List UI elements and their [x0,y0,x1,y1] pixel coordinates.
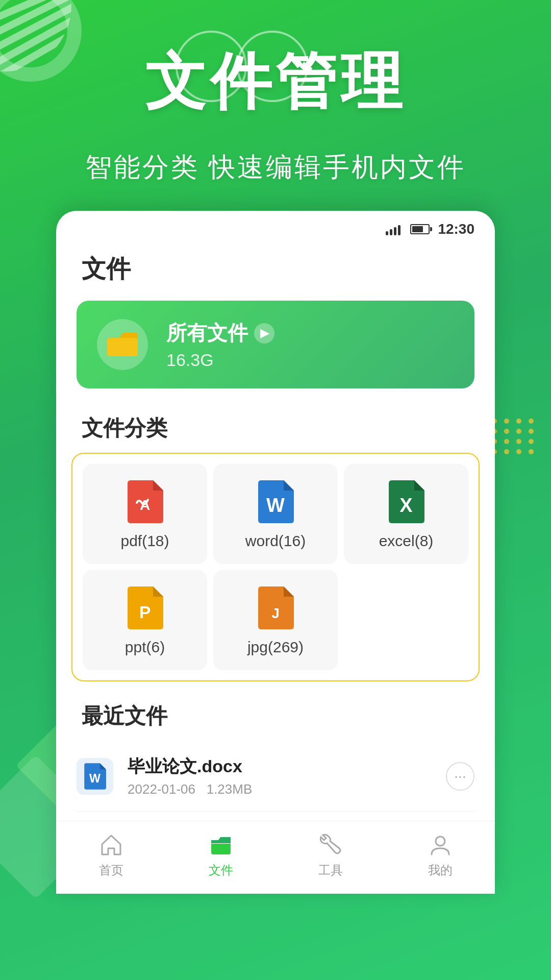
docx-icon: W [84,763,106,790]
folder-icon-wrap [97,319,148,370]
docx-file-icon-small: W [77,758,113,795]
more-button-1[interactable]: ··· [446,762,474,791]
recent-file-item-1[interactable]: W 毕业论文.docx 2022-01-06 1.23MB ··· [77,741,474,812]
ppt-file-icon: P [127,586,163,629]
file-name-1: 毕业论文.docx [128,755,432,778]
header: 文件管理 智能分类 快速编辑手机内文件 [0,0,551,185]
all-files-name: 所有文件 ▶ [166,319,454,347]
files-nav-label: 文件 [209,862,233,878]
mine-icon [427,831,454,858]
files-section-title: 文件 [56,242,495,301]
nav-item-tools[interactable]: 工具 [300,831,361,878]
all-files-card[interactable]: 所有文件 ▶ 16.3G [77,301,474,388]
all-files-size: 16.3G [166,350,454,370]
pdf-file-icon: A [127,480,163,523]
excel-label: excel(8) [379,532,434,550]
ppt-label: ppt(6) [125,639,165,656]
phone-mock: 12:30 文件 所有文件 ▶ 16.3G 文件分类 [56,211,495,894]
file-info-1: 毕业论文.docx 2022-01-06 1.23MB [128,755,432,797]
battery-icon [410,224,430,234]
category-item-pdf[interactable]: A pdf(18) [83,464,207,564]
status-bar: 12:30 [56,211,495,242]
category-item-word[interactable]: W word(16) [213,464,338,564]
category-item-excel[interactable]: X excel(8) [344,464,468,564]
home-icon [98,831,124,858]
category-item-jpg[interactable]: J jpg(269) [213,570,338,670]
files-nav-icon [208,831,234,858]
arrow-icon: ▶ [254,323,274,344]
home-nav-label: 首页 [99,862,123,878]
svg-rect-7 [107,338,138,356]
category-grid: A pdf(18) W word(16) X [83,464,468,670]
all-files-info: 所有文件 ▶ 16.3G [166,319,454,370]
tools-icon [317,831,344,858]
jpg-label: jpg(269) [247,639,304,656]
svg-text:W: W [266,495,285,516]
app-subtitle: 智能分类 快速编辑手机内文件 [0,150,551,185]
category-grid-wrap: A pdf(18) W word(16) X [71,453,480,681]
app-title: 文件管理 [145,41,406,124]
excel-file-icon: X [388,480,424,523]
signal-icon [386,223,402,235]
nav-item-home[interactable]: 首页 [81,831,142,878]
title-decoration: 文件管理 [145,41,406,124]
svg-text:J: J [271,605,280,621]
file-meta-1: 2022-01-06 1.23MB [128,781,432,797]
category-section-title: 文件分类 [56,409,495,453]
pdf-label: pdf(18) [120,532,169,550]
nav-item-mine[interactable]: 我的 [410,831,471,878]
word-file-icon: W [257,480,294,523]
category-item-ppt[interactable]: P ppt(6) [83,570,207,670]
folder-icon [107,332,138,357]
svg-point-16 [436,837,445,846]
recent-section-title: 最近文件 [56,697,495,741]
word-label: word(16) [245,532,306,550]
status-time: 12:30 [438,221,474,237]
bottom-nav: 首页 文件 工具 [56,821,495,894]
tools-nav-label: 工具 [318,862,343,878]
svg-text:W: W [89,772,101,785]
svg-text:P: P [139,602,151,622]
jpg-file-icon: J [257,586,294,629]
svg-text:X: X [399,495,413,516]
nav-item-files[interactable]: 文件 [190,831,252,878]
mine-nav-label: 我的 [428,862,453,878]
